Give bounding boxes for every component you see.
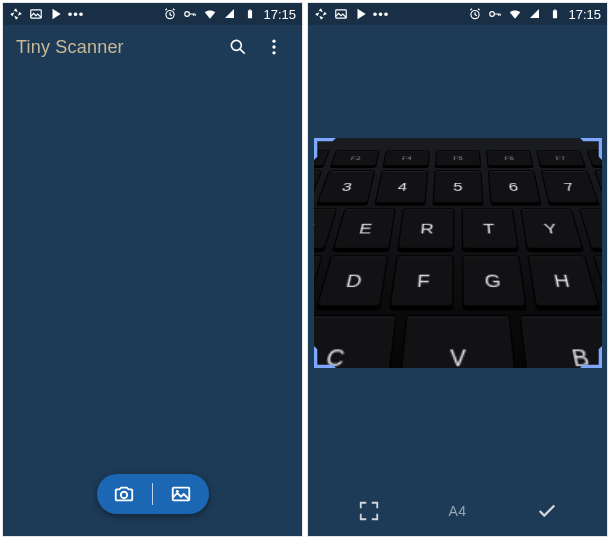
svg-point-9	[121, 492, 127, 498]
alarm-icon	[163, 7, 177, 21]
paper-size-button[interactable]: A4	[413, 503, 502, 519]
pinwheel-icon	[314, 7, 328, 21]
svg-point-5	[231, 40, 241, 50]
svg-rect-3	[248, 10, 252, 18]
play-icon	[49, 7, 63, 21]
gallery-button[interactable]	[153, 474, 209, 514]
svg-point-8	[272, 51, 275, 54]
pinwheel-icon	[9, 7, 23, 21]
status-bar: ••• 17:15	[3, 3, 302, 25]
status-bar: ••• 17:15	[308, 3, 607, 25]
check-icon	[536, 500, 558, 522]
signal-icon	[223, 7, 237, 21]
battery-icon	[548, 7, 562, 21]
camera-icon	[113, 483, 135, 505]
svg-point-14	[490, 12, 495, 17]
search-button[interactable]	[220, 29, 256, 65]
svg-rect-15	[553, 10, 557, 18]
crop-preview[interactable]: F2F3F4F5F6F7F8 2 3 4 5 6 7 8 W E R T Y	[314, 138, 602, 368]
svg-point-6	[272, 40, 275, 43]
status-time: 17:15	[263, 7, 296, 22]
key-icon	[183, 7, 197, 21]
more-vert-icon	[264, 37, 284, 57]
status-time: 17:15	[568, 7, 601, 22]
app-title: Tiny Scanner	[13, 37, 220, 58]
camera-button[interactable]	[97, 474, 153, 514]
svg-rect-4	[250, 9, 252, 10]
svg-point-2	[185, 12, 190, 17]
scan-fab	[97, 474, 209, 514]
play-icon	[354, 7, 368, 21]
app-bar: Tiny Scanner	[3, 25, 302, 69]
fullscreen-button[interactable]	[324, 500, 413, 522]
signal-icon	[528, 7, 542, 21]
crop-toolbar: A4	[308, 486, 607, 536]
svg-point-11	[176, 490, 179, 493]
overflow-menu-button[interactable]	[256, 29, 292, 65]
key-icon	[488, 7, 502, 21]
wifi-icon	[203, 7, 217, 21]
gallery-icon	[170, 483, 192, 505]
more-icon: •••	[374, 7, 388, 21]
confirm-button[interactable]	[502, 500, 591, 522]
picture-icon	[29, 7, 43, 21]
keyboard-photo: F2F3F4F5F6F7F8 2 3 4 5 6 7 8 W E R T Y	[314, 138, 602, 368]
paper-size-label: A4	[448, 503, 466, 519]
picture-icon	[334, 7, 348, 21]
more-icon: •••	[69, 7, 83, 21]
battery-icon	[243, 7, 257, 21]
wifi-icon	[508, 7, 522, 21]
svg-point-7	[272, 45, 275, 48]
fullscreen-icon	[358, 500, 380, 522]
alarm-icon	[468, 7, 482, 21]
screenshot-left: ••• 17:15 Tiny Scanner	[2, 2, 303, 537]
search-icon	[228, 37, 248, 57]
svg-rect-16	[555, 9, 557, 10]
screenshot-right: ••• 17:15 F2F3F4F5F6F7F8	[307, 2, 608, 537]
